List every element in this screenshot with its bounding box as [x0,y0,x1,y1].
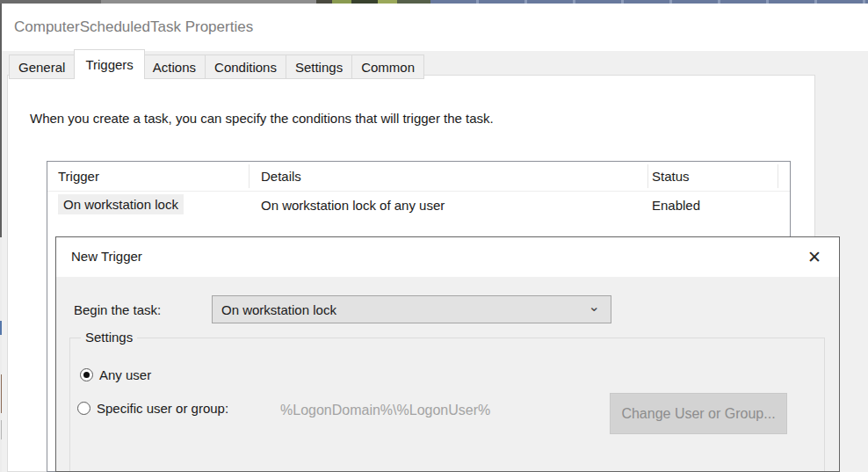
radio-any-user-label: Any user [99,367,151,382]
chevron-down-icon: ⌄ [589,298,600,315]
radio-specific-user-label: Specific user or group: [97,401,228,416]
radio-any-user[interactable]: Any user [80,367,151,382]
screen: ComputerScheduledTask Properties General… [0,0,868,472]
cell-trigger[interactable]: On workstation lock [58,194,184,214]
table-row[interactable]: On workstation lock On workstation lock … [47,192,790,220]
column-separator [647,164,648,188]
change-user-button[interactable]: Change User or Group... [610,393,787,434]
tab-common[interactable]: Common [352,54,424,79]
column-header-details[interactable]: Details [261,169,301,184]
dialog-title: New Trigger [71,249,142,264]
trigger-list-header[interactable]: Trigger Details Status [47,162,790,192]
tab-bar: General Triggers Actions Conditions Sett… [9,47,424,79]
column-separator [249,164,250,188]
cell-details[interactable]: On workstation lock of any user [261,198,445,213]
column-separator [778,164,778,188]
cell-status[interactable]: Enabled [652,198,700,213]
new-trigger-dialog: New Trigger ✕ Begin the task: On worksta… [55,236,840,472]
specific-user-value: %LogonDomain%\%LogonUser% [280,403,490,418]
combobox-value: On workstation lock [213,302,336,317]
change-user-button-label: Change User or Group... [621,406,775,422]
new-trigger-titlebar[interactable]: New Trigger ✕ [56,237,839,277]
close-icon: ✕ [807,247,821,267]
tab-general[interactable]: General [9,54,75,79]
column-header-trigger[interactable]: Trigger [58,169,99,184]
begin-task-label: Begin the task: [74,302,212,317]
begin-task-row: Begin the task: On workstation lock ⌄ [74,295,611,323]
window-title: ComputerScheduledTask Properties [14,18,253,36]
close-button[interactable]: ✕ [798,243,831,272]
column-header-status[interactable]: Status [652,169,690,184]
tab-settings[interactable]: Settings [286,54,352,79]
radio-specific-user[interactable]: Specific user or group: [77,401,228,416]
radio-button-icon[interactable] [77,402,90,415]
settings-group-label: Settings [81,330,137,345]
tab-actions[interactable]: Actions [144,54,206,79]
tab-conditions[interactable]: Conditions [206,54,286,79]
radio-button-icon[interactable] [80,368,93,381]
tab-triggers[interactable]: Triggers [74,49,144,79]
tab-description: When you create a task, you can specify … [30,111,494,126]
begin-task-combobox[interactable]: On workstation lock ⌄ [212,295,611,323]
window-titlebar[interactable]: ComputerScheduledTask Properties [2,4,868,51]
